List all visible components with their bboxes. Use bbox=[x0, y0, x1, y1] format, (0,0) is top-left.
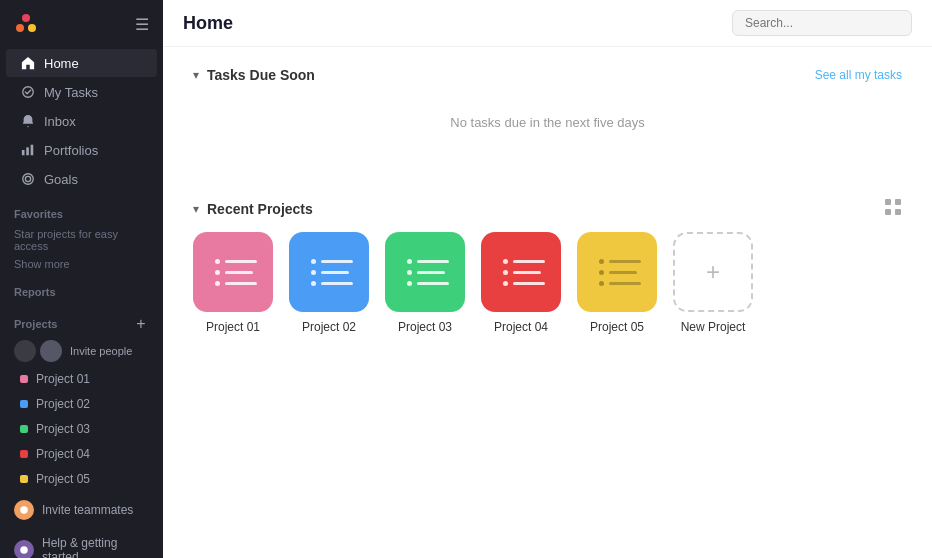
project-dot-2 bbox=[20, 400, 28, 408]
content-area: ▾ Tasks Due Soon See all my tasks No tas… bbox=[163, 47, 932, 354]
section-divider bbox=[193, 166, 902, 182]
asana-logo bbox=[14, 12, 38, 36]
nav-label-goals: Goals bbox=[44, 172, 78, 187]
nav-label-my-tasks: My Tasks bbox=[44, 85, 98, 100]
svg-rect-11 bbox=[885, 199, 891, 205]
project-dot-3 bbox=[20, 425, 28, 433]
svg-point-0 bbox=[22, 14, 30, 22]
project-dot-4 bbox=[20, 450, 28, 458]
project-card-2[interactable]: Project 02 bbox=[289, 232, 369, 334]
project-thumb-4 bbox=[481, 232, 561, 312]
nav-item-inbox[interactable]: Inbox bbox=[6, 107, 157, 135]
project-card-label-3: Project 03 bbox=[398, 320, 452, 334]
sidebar-project-item-4[interactable]: Project 04 bbox=[6, 442, 157, 466]
tasks-chevron-icon[interactable]: ▾ bbox=[193, 68, 199, 82]
tasks-section-header: ▾ Tasks Due Soon See all my tasks bbox=[193, 67, 902, 83]
team-avatar-2 bbox=[40, 340, 62, 362]
sidebar-top: ☰ bbox=[0, 0, 163, 48]
nav-item-home[interactable]: Home bbox=[6, 49, 157, 77]
sidebar-project-label-5: Project 05 bbox=[36, 472, 90, 486]
new-project-card[interactable]: + New Project bbox=[673, 232, 753, 334]
hamburger-icon[interactable]: ☰ bbox=[135, 15, 149, 34]
see-all-tasks-link[interactable]: See all my tasks bbox=[815, 68, 902, 82]
svg-point-9 bbox=[20, 506, 28, 514]
top-bar: Home bbox=[163, 0, 932, 47]
sidebar-project-label-1: Project 01 bbox=[36, 372, 90, 386]
svg-rect-6 bbox=[31, 145, 34, 156]
svg-rect-13 bbox=[885, 209, 891, 215]
nav-item-goals[interactable]: Goals bbox=[6, 165, 157, 193]
sidebar-project-item-2[interactable]: Project 02 bbox=[6, 392, 157, 416]
tasks-section-title: Tasks Due Soon bbox=[207, 67, 315, 83]
show-more-button[interactable]: Show more bbox=[0, 256, 163, 272]
help-avatar bbox=[14, 540, 34, 558]
project-list-icon-2 bbox=[305, 259, 353, 286]
invite-teammates-item[interactable]: Invite teammates bbox=[0, 492, 163, 528]
projects-section-header: ▾ Recent Projects bbox=[193, 198, 902, 220]
projects-section-label: Projects bbox=[14, 318, 57, 330]
nav-item-my-tasks[interactable]: My Tasks bbox=[6, 78, 157, 106]
nav-label-portfolios: Portfolios bbox=[44, 143, 98, 158]
reports-label: Reports bbox=[0, 272, 163, 302]
home-icon bbox=[20, 55, 36, 71]
sidebar-project-label-2: Project 02 bbox=[36, 397, 90, 411]
grid-view-icon[interactable] bbox=[884, 198, 902, 220]
nav-label-home: Home bbox=[44, 56, 79, 71]
svg-point-8 bbox=[25, 176, 30, 181]
svg-rect-14 bbox=[895, 209, 901, 215]
project-card-3[interactable]: Project 03 bbox=[385, 232, 465, 334]
svg-rect-5 bbox=[26, 147, 29, 155]
search-input[interactable] bbox=[732, 10, 912, 36]
page-title: Home bbox=[183, 13, 233, 34]
main-content: Home ▾ Tasks Due Soon See all my tasks N… bbox=[163, 0, 932, 558]
project-list: Project 01 Project 02 Project 03 Project… bbox=[0, 366, 163, 492]
project-dot-5 bbox=[20, 475, 28, 483]
project-list-icon-1 bbox=[209, 259, 257, 286]
project-list-icon-5 bbox=[593, 259, 641, 286]
invite-people-button[interactable]: Invite people bbox=[70, 345, 132, 357]
goals-icon bbox=[20, 171, 36, 187]
favorites-label: Favorites bbox=[0, 194, 163, 224]
project-card-1[interactable]: Project 01 bbox=[193, 232, 273, 334]
add-project-button[interactable]: + bbox=[133, 316, 149, 332]
sidebar-project-label-4: Project 04 bbox=[36, 447, 90, 461]
svg-point-1 bbox=[16, 24, 24, 32]
team-avatars-row: Invite people bbox=[0, 336, 163, 366]
bar-chart-icon bbox=[20, 142, 36, 158]
projects-chevron-icon[interactable]: ▾ bbox=[193, 202, 199, 216]
svg-point-7 bbox=[23, 174, 34, 185]
invite-teammates-label: Invite teammates bbox=[42, 503, 133, 517]
help-label: Help & getting started bbox=[42, 536, 149, 558]
sidebar-bottom: Invite teammates Help & getting started bbox=[0, 492, 163, 558]
sidebar-project-item-3[interactable]: Project 03 bbox=[6, 417, 157, 441]
nav-label-inbox: Inbox bbox=[44, 114, 76, 129]
project-card-5[interactable]: Project 05 bbox=[577, 232, 657, 334]
sidebar-project-item-1[interactable]: Project 01 bbox=[6, 367, 157, 391]
project-card-4[interactable]: Project 04 bbox=[481, 232, 561, 334]
project-list-icon-3 bbox=[401, 259, 449, 286]
nav-item-portfolios[interactable]: Portfolios bbox=[6, 136, 157, 164]
new-project-label: New Project bbox=[681, 320, 746, 334]
tasks-title-row: ▾ Tasks Due Soon bbox=[193, 67, 315, 83]
project-card-label-2: Project 02 bbox=[302, 320, 356, 334]
projects-grid: Project 01 Project 02 bbox=[193, 232, 902, 334]
project-thumb-2 bbox=[289, 232, 369, 312]
project-dot-1 bbox=[20, 375, 28, 383]
bell-icon bbox=[20, 113, 36, 129]
project-card-label-1: Project 01 bbox=[206, 320, 260, 334]
project-thumb-5 bbox=[577, 232, 657, 312]
project-thumb-1 bbox=[193, 232, 273, 312]
favorites-empty-text: Star projects for easy access bbox=[0, 224, 163, 256]
new-project-thumb: + bbox=[673, 232, 753, 312]
svg-point-2 bbox=[28, 24, 36, 32]
invite-teammates-avatar bbox=[14, 500, 34, 520]
projects-section-title: Recent Projects bbox=[207, 201, 313, 217]
sidebar: ☰ Home My Tasks Inbox Portfolios bbox=[0, 0, 163, 558]
project-card-label-4: Project 04 bbox=[494, 320, 548, 334]
no-tasks-message: No tasks due in the next five days bbox=[193, 95, 902, 150]
projects-header: Projects + bbox=[0, 302, 163, 336]
check-circle-icon bbox=[20, 84, 36, 100]
sidebar-project-item-5[interactable]: Project 05 bbox=[6, 467, 157, 491]
help-item[interactable]: Help & getting started bbox=[0, 528, 163, 558]
svg-rect-12 bbox=[895, 199, 901, 205]
